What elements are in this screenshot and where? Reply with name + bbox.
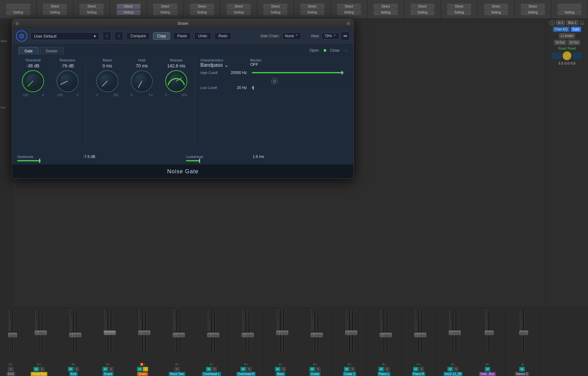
ohl-solo-btn[interactable]: S [212, 367, 217, 371]
setting-btn-3[interactable]: Setting [117, 10, 140, 15]
direct-btn-14[interactable]: Direct [521, 4, 545, 9]
pianl-mute-btn[interactable]: M [379, 367, 384, 371]
titlebar-expand-dot[interactable] [347, 22, 350, 25]
st-out2-btn[interactable]: St Out [568, 40, 580, 45]
vocal-solo-btn[interactable]: S [40, 367, 45, 371]
setting-btn-11[interactable]: Setting [411, 10, 434, 15]
gtr2-mute-btn[interactable]: M [344, 367, 350, 371]
pianr-mute-btn[interactable]: M [413, 367, 419, 371]
vox-solo-btn[interactable]: S [453, 367, 458, 371]
preset-dropdown[interactable]: User Default ▾ [30, 32, 99, 40]
rack-solo-btn[interactable]: S [174, 367, 179, 371]
nav-prev-button[interactable]: ‹ [103, 32, 111, 40]
rack-fader-handle2[interactable] [176, 333, 185, 337]
gtr-mute-btn[interactable]: M [310, 367, 315, 371]
gate-btn[interactable]: Gate [571, 27, 581, 32]
in1-btn[interactable]: In 1 [556, 20, 565, 25]
direct-btn-3[interactable]: Direct [117, 4, 140, 9]
setting-btn-1[interactable]: Setting [43, 10, 67, 15]
high-cutoff-thumb[interactable] [342, 71, 342, 75]
direct-btn-2[interactable]: Direct [80, 4, 103, 9]
gtr-fader-handle2[interactable] [314, 333, 323, 337]
gtr2-solo-btn[interactable]: S [350, 367, 355, 371]
release-knob[interactable] [165, 70, 187, 92]
vox-mute-btn[interactable]: M [448, 367, 453, 371]
threshold-knob[interactable] [22, 70, 44, 92]
kick-mute-btn[interactable]: M [68, 367, 74, 371]
direct-btn-12[interactable]: Direct [447, 4, 471, 9]
setting-btn-8[interactable]: Setting [300, 10, 324, 15]
stereo-fader-handle[interactable] [519, 331, 528, 335]
low-cutoff-thumb[interactable] [253, 86, 254, 90]
st-out1-btn[interactable]: St Out [554, 40, 566, 45]
direct-btn-8[interactable]: Direct [300, 4, 324, 9]
vocal-mute-btn[interactable]: M [34, 367, 39, 371]
view-percent-control[interactable]: 79% ⌃ [322, 33, 339, 39]
setting-btn-0[interactable]: Setting [6, 10, 30, 15]
nav-next-button[interactable]: › [114, 32, 123, 40]
power-button[interactable] [16, 30, 27, 42]
ohr-solo-btn[interactable]: S [246, 367, 252, 371]
ohr-fader-handle2[interactable] [245, 333, 254, 337]
characteristics-value[interactable]: Bandpass ⌄ [200, 62, 228, 68]
setting-btn-14[interactable]: Setting [521, 10, 545, 15]
direct-btn-1[interactable]: Direct [43, 4, 67, 9]
characteristics-power-btn[interactable] [271, 78, 278, 84]
snare-mute-btn[interactable]: M [103, 367, 108, 371]
reduction-knob[interactable] [56, 70, 78, 92]
snare2-solo-btn[interactable]: S [143, 367, 148, 371]
gtr-solo-btn[interactable]: S [315, 367, 320, 371]
snare2-fader-handle2[interactable] [141, 331, 150, 335]
sidechain-dropdown[interactable]: None ⌃ [282, 32, 301, 40]
snare-solo-btn[interactable]: S [109, 367, 114, 371]
copy-button[interactable]: Copy [153, 32, 170, 40]
stereo-mute-btn[interactable]: M [519, 367, 525, 371]
snare2-mute-btn[interactable]: M [137, 367, 143, 371]
hold-knob[interactable] [131, 70, 153, 92]
setting-btn-2[interactable]: Setting [80, 10, 103, 15]
tab-ducker[interactable]: Ducker [40, 47, 64, 55]
titlebar-close-dot[interactable] [15, 22, 19, 25]
direct-btn-6[interactable]: Direct [227, 4, 251, 9]
l1limiter-btn[interactable]: L1 limiter [559, 33, 575, 39]
setting-btn-12[interactable]: Setting [447, 10, 471, 15]
direct-btn-9[interactable]: Direct [337, 4, 361, 9]
pianl-fader-handle2[interactable] [383, 333, 392, 337]
compare-button[interactable]: Compare [126, 32, 150, 40]
hysteresis-thumb[interactable] [39, 159, 40, 163]
ohl-mute-btn[interactable]: M [206, 367, 212, 371]
pan-knob-right[interactable] [563, 51, 571, 60]
direct-btn-10[interactable]: Direct [374, 4, 398, 9]
direct-btn-0[interactable] [6, 4, 30, 9]
pianr-fader-handle2[interactable] [417, 333, 426, 337]
gv2-solo-btn[interactable]: S [8, 367, 13, 371]
ohr-mute-btn[interactable]: M [241, 367, 246, 371]
vox-fader-handle2[interactable] [452, 331, 461, 335]
direct-btn-7[interactable]: Direct [263, 4, 287, 9]
instr-mute-btn[interactable]: M [485, 367, 490, 371]
direct-btn-13[interactable]: Direct [484, 4, 508, 9]
bass-solo-btn[interactable]: S [281, 367, 286, 371]
gv2-fader-handle[interactable] [8, 333, 17, 337]
setting-btn-9[interactable]: Setting [337, 10, 361, 15]
link-button[interactable] [341, 32, 350, 40]
lookahead-track[interactable] [186, 160, 264, 161]
setting-btn-15[interactable]: Setting [558, 10, 581, 15]
paste-button[interactable]: Paste [173, 32, 191, 40]
setting-btn-7[interactable]: Setting [263, 10, 287, 15]
attack-knob[interactable] [96, 70, 118, 92]
low-cutoff-track[interactable] [252, 87, 348, 88]
bus1-btn[interactable]: Bus 1 [566, 20, 578, 25]
tab-gate[interactable]: Gate [19, 47, 39, 55]
setting-btn-13[interactable]: Setting [484, 10, 508, 15]
pianl-solo-btn[interactable]: S [384, 367, 389, 371]
setting-btn-5[interactable]: Setting [190, 10, 214, 15]
setting-btn-6[interactable]: Setting [227, 10, 251, 15]
setting-btn-4[interactable]: Setting [153, 10, 177, 15]
pianr-solo-btn[interactable]: S [419, 367, 424, 371]
direct-btn-11[interactable]: Direct [411, 4, 434, 9]
setting-btn-10[interactable]: Setting [374, 10, 398, 15]
direct-btn-15[interactable] [558, 4, 581, 9]
ohl-fader-handle2[interactable] [210, 333, 219, 337]
bass-mute-btn[interactable]: M [275, 367, 281, 371]
